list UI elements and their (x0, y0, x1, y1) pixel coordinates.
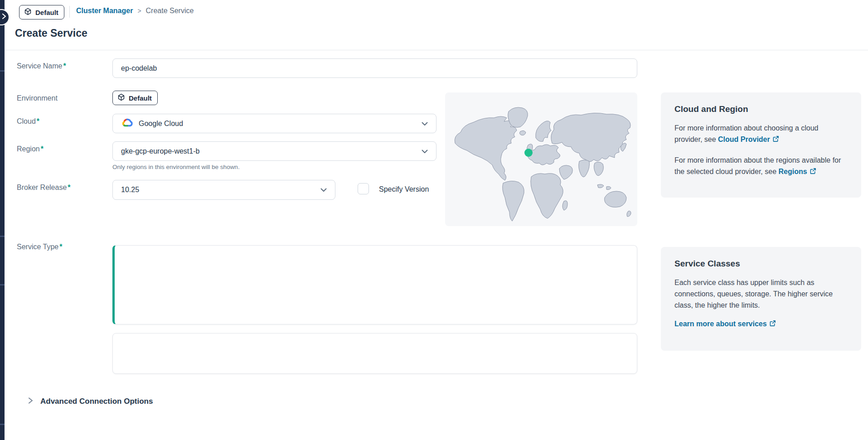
environment-badge-label: Default (35, 9, 58, 16)
environment-badge[interactable]: Default (19, 5, 64, 19)
map-iceland (519, 131, 526, 135)
broker-release-label: Broker Release* (17, 184, 71, 192)
expand-sidebar-button[interactable] (0, 9, 10, 25)
service-type-label: Service Type* (17, 243, 62, 251)
advanced-connection-options[interactable]: Advanced Connection Options (28, 397, 153, 406)
region-select[interactable]: gke-gcp-europe-west1-b (112, 141, 436, 161)
environment-value-badge[interactable]: Default (112, 91, 158, 105)
breadcrumb: Cluster Manager > Create Service (76, 7, 194, 15)
info-box-service-classes: Service Classes Each service class has u… (661, 247, 861, 351)
collapsed-sidebar (0, 0, 5, 440)
info-paragraph: Each service class has upper limits such… (674, 277, 848, 311)
service-type-card-enterprise[interactable]: Enterprise 250+ Connections 50+ GB Messa… (112, 333, 637, 374)
map-madagascar (563, 201, 567, 210)
broker-release-select[interactable]: 10.25 (112, 180, 335, 200)
cloud-provider-link[interactable]: Cloud Provider (718, 135, 779, 143)
breadcrumb-cluster-manager[interactable]: Cluster Manager (76, 7, 133, 15)
service-name-input[interactable]: ep-codelab (112, 58, 637, 78)
sidebar-divider (0, 284, 5, 285)
required-asterisk: * (59, 243, 62, 251)
chevron-right-icon (28, 397, 33, 406)
sidebar-divider (0, 424, 5, 425)
external-link-icon (769, 320, 776, 328)
map-middle-east (559, 165, 572, 179)
cube-icon (24, 8, 32, 17)
map-india (579, 160, 590, 177)
cloud-select-value: Google Cloud (139, 120, 183, 128)
map-australia (605, 191, 626, 207)
create-service-page: Default Cluster Manager > Create Service… (0, 0, 868, 440)
required-asterisk: * (63, 62, 66, 70)
region-map (445, 92, 637, 226)
service-name-value: ep-codelab (121, 64, 157, 73)
map-greenland (508, 107, 528, 127)
region-helper-text: Only regions in this environment will be… (112, 164, 240, 170)
cube-icon (117, 93, 125, 102)
cloud-label: Cloud* (17, 117, 39, 126)
specify-version-label: Specify Version (379, 185, 429, 193)
info-box-title: Service Classes (674, 259, 848, 269)
chevron-down-icon (422, 120, 428, 128)
map-scandinavia (536, 121, 551, 142)
chevron-right-icon (2, 13, 6, 21)
breadcrumb-separator: > (137, 7, 141, 15)
breadcrumb-current: Create Service (146, 7, 194, 15)
external-link-icon (810, 168, 816, 176)
map-south-america (503, 181, 524, 221)
map-north-america (455, 116, 517, 180)
world-map-graphic (445, 92, 637, 226)
broker-release-value: 10.25 (121, 186, 139, 194)
external-link-icon (772, 136, 779, 144)
service-name-label: Service Name* (17, 62, 66, 70)
header-divider (69, 6, 70, 18)
regions-link[interactable]: Regions (778, 168, 816, 175)
selected-region-marker (524, 149, 533, 157)
cloud-select[interactable]: Google Cloud (112, 114, 436, 133)
advanced-connection-options-label: Advanced Connection Options (40, 397, 153, 406)
region-select-value: gke-gcp-europe-west1-b (121, 147, 199, 155)
map-asia (551, 113, 630, 162)
chevron-down-icon (422, 147, 428, 155)
learn-more-services-link[interactable]: Learn more about services (674, 320, 776, 328)
chevron-down-icon (320, 186, 327, 194)
info-paragraph: For more information about the regions a… (674, 155, 848, 178)
header-rule (5, 50, 868, 50)
required-asterisk: * (37, 117, 39, 125)
environment-label: Environment (17, 94, 58, 102)
sidebar-divider (0, 236, 5, 237)
map-se-asia (594, 162, 603, 175)
service-type-card-developer[interactable]: Developer 100 Connections 25 GB Message … (112, 245, 637, 324)
environment-badge-value: Default (129, 94, 152, 102)
info-paragraph: For more information about choosing a cl… (674, 122, 848, 145)
sidebar-divider (0, 70, 5, 72)
page-title: Create Service (15, 27, 87, 39)
region-label: Region* (17, 145, 44, 153)
map-new-zealand (627, 211, 631, 217)
required-asterisk: * (68, 184, 70, 191)
specify-version-checkbox[interactable] (358, 183, 369, 194)
info-box-cloud-and-region: Cloud and Region For more information ab… (661, 92, 861, 198)
google-cloud-icon (121, 116, 133, 131)
required-asterisk: * (41, 145, 44, 153)
info-box-title: Cloud and Region (674, 104, 848, 114)
map-africa (531, 174, 563, 218)
map-indonesia (597, 184, 611, 190)
